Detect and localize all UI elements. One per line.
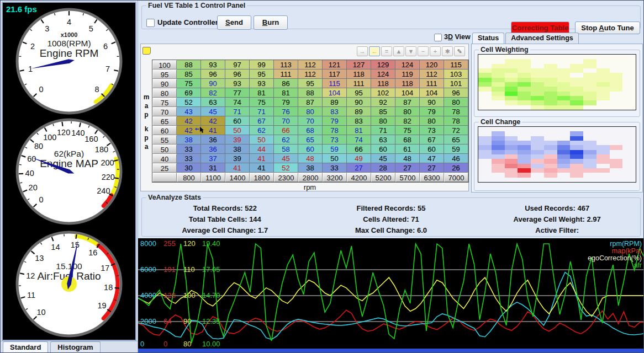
row-header-60[interactable]: 60 [152, 126, 177, 135]
col-header-7000[interactable]: 7000 [444, 173, 468, 182]
ve-cell[interactable]: 45 [201, 107, 225, 116]
row-header-95[interactable]: 95 [152, 69, 177, 79]
col-header-2800[interactable]: 2800 [298, 173, 323, 182]
ve-cell[interactable]: 78 [323, 126, 347, 135]
dashboard-tab-standard[interactable]: Standard [3, 341, 48, 353]
row-header-75[interactable]: 75 [152, 98, 177, 107]
ve-cell[interactable]: 50 [323, 154, 347, 163]
ve-cell[interactable]: 85 [177, 69, 201, 79]
ve-cell[interactable]: 52 [177, 98, 201, 107]
ve-cell[interactable]: 60 [225, 116, 250, 126]
dashboard-tab-histogram[interactable]: Histogram [50, 341, 100, 353]
ve-cell[interactable]: 43 [177, 107, 201, 116]
ve-cell[interactable]: 45 [274, 154, 298, 163]
ve-cell[interactable]: 66 [347, 145, 371, 154]
ve-cell[interactable]: 78 [444, 116, 468, 126]
col-header-1800[interactable]: 1800 [250, 173, 274, 182]
ve-cell[interactable]: 60 [371, 145, 395, 154]
ve-cell[interactable]: 31 [201, 163, 225, 173]
ve-cell[interactable]: 61 [395, 145, 420, 154]
ve-cell[interactable]: 80 [420, 116, 444, 126]
ve-cell[interactable]: 59 [323, 145, 347, 154]
ve-cell[interactable]: 81 [274, 88, 298, 98]
ve-cell[interactable]: 71 [371, 126, 395, 135]
decrement-icon[interactable]: ▼ [405, 46, 416, 56]
ve-cell[interactable]: 86 [274, 79, 298, 88]
increment-icon[interactable]: ▲ [393, 46, 404, 56]
ve-cell[interactable]: 72 [444, 126, 468, 135]
ve-cell[interactable]: 82 [395, 116, 420, 126]
ve-cell[interactable]: 50 [250, 135, 274, 145]
ve-cell[interactable]: 79 [274, 98, 298, 107]
ve-cell[interactable]: 88 [298, 88, 323, 98]
chart-scroll-strip[interactable] [138, 349, 644, 353]
ve-cell[interactable]: 73 [323, 135, 347, 145]
ve-cell[interactable]: 112 [298, 69, 323, 79]
row-header-80[interactable]: 80 [152, 88, 177, 98]
ve-cell[interactable]: 85 [371, 107, 395, 116]
col-header-5200[interactable]: 5200 [371, 173, 395, 182]
col-header-4200[interactable]: 4200 [347, 173, 371, 182]
ve-cell[interactable]: 63 [371, 135, 395, 145]
ve-cell[interactable]: 74 [347, 135, 371, 145]
ve-cell[interactable]: 70 [274, 116, 298, 126]
ve-cell[interactable]: 79 [420, 107, 444, 116]
row-header-50[interactable]: 50 [152, 145, 177, 154]
tab-advanced-settings[interactable]: Advanced Settings [505, 33, 579, 44]
send-button[interactable]: Send [217, 15, 251, 30]
ve-cell[interactable]: 118 [347, 69, 371, 79]
shift-right-icon[interactable]: → [357, 46, 368, 56]
ve-cell[interactable]: 90 [201, 79, 225, 88]
row-header-90[interactable]: 90 [152, 79, 177, 88]
ve-cell[interactable]: 30 [177, 163, 201, 173]
ve-cell[interactable]: 121 [323, 60, 347, 69]
ve-cell[interactable]: 96 [201, 69, 225, 79]
ve-cell[interactable]: 33 [177, 145, 201, 154]
ve-cell[interactable]: 111 [274, 69, 298, 79]
ve-cell[interactable]: 67 [250, 116, 274, 126]
ve-cell[interactable]: 39 [225, 154, 250, 163]
ve-cell[interactable]: 80 [395, 107, 420, 116]
ve-cell[interactable]: 42 [201, 116, 225, 126]
minus-icon[interactable]: − [418, 46, 429, 56]
ve-cell[interactable]: 47 [420, 154, 444, 163]
ve-cell[interactable]: 124 [395, 60, 420, 69]
ve-cell[interactable]: 60 [420, 145, 444, 154]
ve-cell[interactable]: 71 [250, 107, 274, 116]
ve-cell[interactable]: 112 [420, 69, 444, 79]
ve-cell[interactable]: 99 [250, 60, 274, 69]
row-header-65[interactable]: 65 [152, 116, 177, 126]
ve-cell[interactable]: 90 [347, 98, 371, 107]
ve-cell[interactable]: 65 [298, 135, 323, 145]
ve-cell[interactable]: 96 [225, 69, 250, 79]
col-header-5700[interactable]: 5700 [395, 173, 420, 182]
col-header-2300[interactable]: 2300 [274, 173, 298, 182]
ve-cell[interactable]: 41 [201, 126, 225, 135]
ve-cell[interactable]: 97 [225, 60, 250, 69]
ve-cell[interactable]: 68 [298, 126, 323, 135]
ve-cell[interactable]: 93 [225, 79, 250, 88]
ve-cell[interactable]: 52 [274, 163, 298, 173]
ve-cell[interactable]: 59 [444, 145, 468, 154]
ve-cell[interactable]: 119 [395, 69, 420, 79]
ve-cell[interactable]: 74 [225, 98, 250, 107]
log-strip-chart[interactable]: 800025512019.40600019111017.054000128100… [138, 238, 644, 349]
ve-cell[interactable]: 93 [250, 79, 274, 88]
ve-cell[interactable]: 66 [274, 126, 298, 135]
ve-cell[interactable]: 93 [201, 60, 225, 69]
ve-cell[interactable]: 75 [177, 79, 201, 88]
ve-cell[interactable]: 117 [323, 69, 347, 79]
ve-cell[interactable]: 45 [371, 154, 395, 163]
ve-cell[interactable]: 87 [395, 98, 420, 107]
plus-icon[interactable]: + [430, 46, 441, 56]
ve-cell[interactable]: 77 [225, 88, 250, 98]
ve-cell[interactable]: 96 [444, 88, 468, 98]
ve-cell[interactable]: 37 [201, 154, 225, 163]
ve-cell[interactable]: 111 [420, 79, 444, 88]
ve-cell[interactable]: 62 [250, 126, 274, 135]
ve-cell[interactable]: 129 [371, 60, 395, 69]
ve-cell[interactable]: 75 [395, 126, 420, 135]
ve-cell[interactable]: 104 [395, 88, 420, 98]
ve-cell[interactable]: 39 [225, 135, 250, 145]
3d-view-checkbox[interactable] [434, 34, 442, 41]
